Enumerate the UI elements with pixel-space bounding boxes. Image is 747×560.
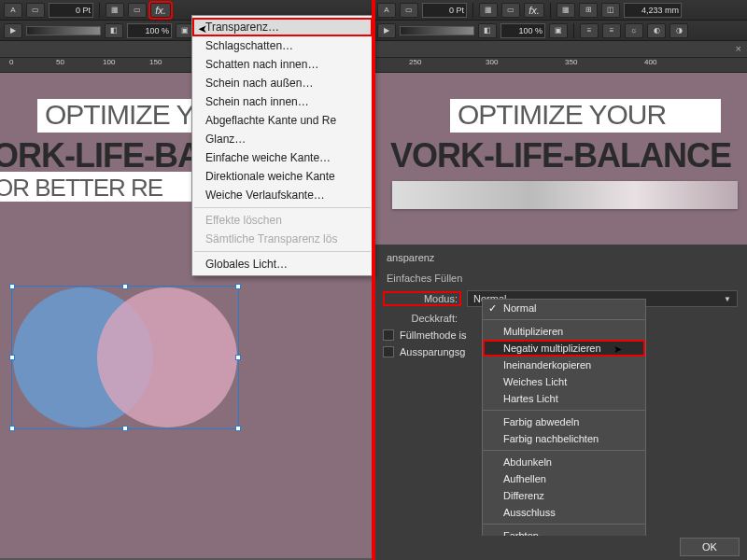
tick: 350 [565,58,577,66]
mode-differenz[interactable]: Differenz [483,487,645,504]
text-smear [392,181,738,209]
handle[interactable] [235,355,241,360]
handle[interactable] [235,426,241,431]
btn-a[interactable]: ▦ [106,3,124,18]
opacity-field-r[interactable]: 100 % [500,23,545,38]
eye-icon[interactable]: ▣ [549,23,568,38]
opacity-field[interactable]: 100 % [127,23,172,38]
menu-separator [483,410,645,411]
tick: 400 [644,58,656,66]
mode-farbton[interactable]: Farbton [483,527,645,536]
fx-item-glanz[interactable]: Glanz… [192,130,373,148]
fx-item-schlagschatten[interactable]: Schlagschatten… [192,36,373,55]
mode-aufhellen[interactable]: Aufhellen [483,470,645,487]
chevron-down-icon: ▼ [724,295,731,303]
fill-label: Füllmethode is [400,329,467,341]
fx-item-transparenz[interactable]: ➤ Transparenz… [192,18,373,36]
fill-checkbox[interactable] [383,329,394,341]
mode-farbig-abwedeln[interactable]: Farbig abwedeln [483,413,645,430]
btn-a[interactable]: ▦ [479,3,498,18]
menu-separator [194,207,371,208]
tick: 150 [149,58,162,66]
tool-icon[interactable]: A [377,3,396,18]
btn-b[interactable]: ▭ [128,3,147,18]
fx-button[interactable]: fx. [150,3,171,18]
mode-normal[interactable]: Normal [483,300,645,316]
headline-2-r: VORK-LIFE-BALANCE [390,136,731,175]
selection-frame [11,286,239,429]
right-panel: A ▭ 0 Pt ▦ ▭ fx. ▦ ⊞ ◫ 4,233 mm ▶ ◧ 100 … [374,0,747,560]
mode-multiplizieren[interactable]: Multiplizieren [483,323,645,340]
fx-item-einfache-kante[interactable]: Einfache weiche Kante… [192,148,373,167]
wrap-icon[interactable]: ▦ [557,3,575,18]
grid-icon[interactable]: ⊞ [579,3,598,18]
gradient-slider[interactable] [26,26,101,35]
menu-separator [483,524,645,525]
width-field[interactable]: 4,233 mm [624,3,682,18]
arrow-icon[interactable]: ▶ [4,23,22,38]
swatch-icon[interactable]: ◧ [105,23,123,38]
tick: 300 [486,58,498,66]
split-divider [372,0,375,560]
handle[interactable] [122,284,128,289]
blur-icon[interactable]: ◑ [669,23,688,38]
canvas-right: OPTIMIZE YOUR VORK-LIFE-BALANCE [374,73,747,245]
menu-separator [483,450,645,451]
align-icon[interactable]: ≡ [602,23,621,38]
mode-hartes-licht[interactable]: Hartes Licht [483,390,645,407]
tick: 0 [9,58,13,66]
gradient-slider[interactable] [400,26,474,35]
ruler-right: 250 300 350 400 [374,58,747,73]
handle[interactable] [9,355,15,360]
stroke-swatch[interactable]: ▭ [26,3,45,18]
dialog-title: ansparenz [374,245,747,267]
fx-item-label: Transparenz… [205,21,279,34]
knockout-label: Aussparungsg [400,346,465,357]
stroke-weight-field[interactable]: 0 Pt [49,3,93,18]
fx-item-effekte-loeschen: Effekte löschen [192,211,373,230]
mode-item-label: Negativ multiplizieren [503,343,601,354]
close-icon[interactable]: × [736,43,741,54]
fx-item-abgeflachte[interactable]: Abgeflachte Kante und Re [192,111,373,130]
mode-weiches-licht[interactable]: Weiches Licht [483,373,645,390]
crop-icon[interactable]: ◫ [601,3,620,18]
mode-dropdown-list: Normal Multiplizieren Negativ multiplizi… [482,299,646,536]
fx-item-direktionale-kante[interactable]: Direktionale weiche Kante [192,167,373,186]
headline-1-r: OPTIMIZE YOUR [458,99,666,131]
fx-item-transparenz-loeschen: Sämtliche Transparenz lös [192,230,373,248]
fx-item-globales-licht[interactable]: Globales Licht… [192,255,373,273]
fx-item-schein-innen[interactable]: Schein nach innen… [192,92,373,111]
stroke-swatch[interactable]: ▭ [400,3,418,18]
mode-farbig-nachbelichten[interactable]: Farbig nachbelichten [483,430,645,447]
tick: 50 [56,58,64,66]
handle[interactable] [235,284,241,289]
ok-button[interactable]: OK [680,538,740,556]
arrow-icon[interactable]: ▶ [377,23,396,38]
handle[interactable] [122,426,128,431]
toolbar-second-right: ▶ ◧ 100 % ▣ ≡ ≡ ☼ ◐ ◑ [374,21,747,41]
mode-abdunkeln[interactable]: Abdunkeln [483,454,645,470]
mode-ausschluss[interactable]: Ausschluss [483,504,645,521]
modus-label: Modus: [383,291,461,306]
fx-dropdown-menu: ➤ Transparenz… Schlagschatten… Schatten … [191,15,374,276]
align-icon[interactable]: ≡ [580,23,599,38]
tool-icon[interactable]: A [4,3,22,18]
mode-negativ-multiplizieren[interactable]: Negativ multiplizieren ➤ [483,340,645,357]
toolbar-top-right: A ▭ 0 Pt ▦ ▭ fx. ▦ ⊞ ◫ 4,233 mm [374,0,747,21]
tick: 250 [409,58,421,66]
mode-ineinanderkopieren[interactable]: Ineinanderkopieren [483,357,645,373]
handle[interactable] [9,284,15,289]
btn-b[interactable]: ▭ [501,3,520,18]
fx-button-r[interactable]: fx. [524,3,544,18]
sun-icon[interactable]: ☼ [625,23,643,38]
fx-item-schatten-innen[interactable]: Schatten nach innen… [192,55,373,74]
dialog-section: Einfaches Füllen [374,267,747,287]
fx-item-verlaufskante[interactable]: Weiche Verlaufskante… [192,186,373,204]
blur-icon[interactable]: ◐ [647,23,666,38]
stroke-weight-field-r[interactable]: 0 Pt [422,3,467,18]
cursor-icon: ➤ [198,22,207,35]
swatch-icon[interactable]: ◧ [478,23,497,38]
fx-item-schein-aussen[interactable]: Schein nach außen… [192,74,373,92]
knockout-checkbox[interactable] [383,346,394,357]
handle[interactable] [9,426,15,431]
